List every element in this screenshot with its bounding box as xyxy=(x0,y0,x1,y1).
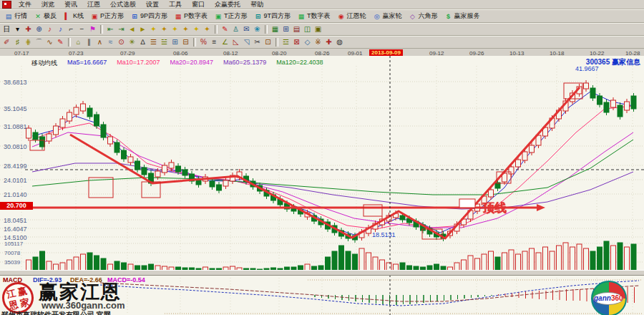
toolbar-button[interactable]: ▤行情 xyxy=(1,11,30,21)
prev-bar-icon[interactable]: ◄ xyxy=(127,24,137,34)
period-dropdown-icon[interactable]: ▾ xyxy=(12,24,23,34)
p-table-icon: ▦ xyxy=(174,12,182,21)
grid-tool-icon[interactable]: ♯ xyxy=(12,37,23,47)
toolbar-button[interactable]: ◇六角形 xyxy=(406,11,441,21)
menu-item[interactable]: 设置 xyxy=(141,0,164,9)
pen-tool-icon[interactable]: ✎ xyxy=(55,37,66,47)
bracket-icon[interactable]: ⌐ xyxy=(66,24,77,34)
toolbar-button[interactable]: ⊞9P四方形 xyxy=(127,11,170,21)
quote-icon: ▤ xyxy=(4,12,13,21)
toolbar-separator xyxy=(275,38,278,47)
toolbar-button[interactable]: ▦P数字表 xyxy=(171,11,210,21)
nav-diamond-5-icon[interactable]: ✦ xyxy=(191,24,202,34)
last-bar-icon[interactable]: ⇥ xyxy=(116,24,127,34)
toolbar-button[interactable]: ◉江恩轮 xyxy=(334,11,369,21)
price-axis-label: 35.1045 xyxy=(4,105,27,112)
box-dot-icon[interactable]: ⊡ xyxy=(263,37,273,47)
brand-company: 郑州市亨瑞软件开发有限公司 官网 xyxy=(1,310,111,315)
save-icon[interactable]: ▤ xyxy=(291,24,302,34)
pencil-icon[interactable]: ✐ xyxy=(1,37,12,47)
menu-item[interactable]: 江恩 xyxy=(82,0,105,9)
menu-item[interactable]: 帮助 xyxy=(245,0,268,9)
menu-item[interactable]: 资讯 xyxy=(59,0,82,9)
nav-diamond-2-icon[interactable]: ✦ xyxy=(159,24,170,34)
percent-tool-icon[interactable]: % xyxy=(198,37,209,47)
nav-diamond-3-icon[interactable]: ✦ xyxy=(170,24,180,34)
nav-diamond-1-icon[interactable]: ✦ xyxy=(148,24,159,34)
menu-item[interactable]: 文件 xyxy=(14,0,36,9)
next-bar-icon[interactable]: ► xyxy=(137,24,148,34)
export-icon[interactable]: ◫ xyxy=(302,24,313,34)
fan-down-icon[interactable]: ◺ xyxy=(230,37,241,47)
star-tool-icon[interactable]: ✳ xyxy=(127,37,137,47)
toolbar-button[interactable]: ◎赢家轮 xyxy=(370,11,405,21)
double-wave-icon[interactable]: ≈ xyxy=(105,37,116,47)
trigram2-tool-icon[interactable]: ☲ xyxy=(280,37,291,47)
gann-wheel-icon: ◉ xyxy=(337,12,346,21)
period-day-icon[interactable]: 日 xyxy=(1,24,12,34)
toolbar-separator xyxy=(68,38,71,47)
note-blue-icon[interactable]: ♪ xyxy=(55,24,66,34)
flag-icon[interactable]: ⚑ xyxy=(87,24,98,34)
chart-area[interactable]: 移动均线 Ma5=16.6667Ma10=17.2007Ma20=20.8947… xyxy=(0,56,644,315)
snapshot-icon[interactable]: ▣ xyxy=(313,24,323,34)
menu-bar: 文件浏览资讯江恩公式选股设置工具窗口众赢委托帮助 xyxy=(0,0,644,9)
trigram-tool-icon[interactable]: ☱ xyxy=(159,37,170,47)
toolbar-button-label: P正方形 xyxy=(100,11,124,21)
crosshair-icon[interactable]: ✚ xyxy=(23,24,34,34)
circle-tool-icon[interactable]: ⊙ xyxy=(116,37,127,47)
toolbar-button[interactable]: ▣P正方形 xyxy=(87,11,127,21)
toolbar-button[interactable]: ▍K线 xyxy=(60,11,87,21)
triangle-tool-icon[interactable]: ∆ xyxy=(137,37,148,47)
house-tool-icon[interactable]: ⌂ xyxy=(73,37,84,47)
stamp-icon[interactable]: ❀ xyxy=(252,24,263,34)
shade-circle-icon[interactable]: ◍ xyxy=(334,37,345,47)
toolbar-button-label: 赢家服务 xyxy=(454,11,480,21)
marker-icon[interactable]: ♙ xyxy=(230,24,241,34)
t-table-icon: ▦ xyxy=(297,12,306,21)
menu-item[interactable]: 工具 xyxy=(164,0,187,9)
menu-item[interactable]: 众赢委托 xyxy=(210,0,245,9)
price-axis-label: 30.0810 xyxy=(4,143,27,150)
toolbar-button[interactable]: ▦T数字表 xyxy=(294,11,333,21)
menu-item[interactable]: 窗口 xyxy=(187,0,210,9)
square-grid-icon[interactable]: ⊞ xyxy=(170,37,180,47)
calculator-icon[interactable]: ⊞ xyxy=(280,24,291,34)
message-icon[interactable]: ✉ xyxy=(241,24,252,34)
minus-icon[interactable]: − xyxy=(77,24,87,34)
angle-up-icon[interactable]: ∧ xyxy=(94,37,105,47)
diamond-tool-icon[interactable]: ◇ xyxy=(302,37,313,47)
menu-item[interactable]: 公式选股 xyxy=(105,0,141,9)
price-axis-label: 24.0101 xyxy=(4,177,27,184)
nav-diamond-6-icon[interactable]: ✦ xyxy=(202,24,213,34)
arc-tool-icon[interactable]: ⌒ xyxy=(34,37,44,47)
ref-mark-icon[interactable]: ※ xyxy=(313,37,323,47)
levels-tool-icon[interactable]: ☰ xyxy=(148,37,159,47)
angle-tool-icon[interactable]: ∠ xyxy=(220,37,230,47)
toolbar-button-label: 赢家轮 xyxy=(383,11,402,21)
calendar-icon[interactable]: ▦ xyxy=(270,24,280,34)
toolbar-button[interactable]: ⊞9T四方形 xyxy=(251,11,294,21)
cut-tool-icon[interactable]: ✂ xyxy=(252,37,263,47)
nav-diamond-4-icon[interactable]: ✦ xyxy=(180,24,191,34)
gann360-text: gann xyxy=(594,294,611,302)
edit-icon[interactable]: ✎ xyxy=(220,24,230,34)
toolbar-button[interactable]: $赢家服务 xyxy=(441,11,483,21)
ma-value-label: Ma20=20.8947 xyxy=(170,59,213,68)
pane-splitter[interactable] xyxy=(0,270,644,276)
note-red-icon[interactable]: ♪ xyxy=(44,24,55,34)
gann-lines-icon[interactable]: ≡ xyxy=(209,37,220,47)
fan-up-icon[interactable]: ◹ xyxy=(241,37,252,47)
wave-tool-icon[interactable]: ∿ xyxy=(44,37,55,47)
zoom-icon[interactable]: ⊕ xyxy=(34,24,44,34)
box-minus-icon[interactable]: ⊟ xyxy=(180,37,191,47)
toolbar-button[interactable]: ✕极反 xyxy=(31,11,59,21)
first-bar-icon[interactable]: ⇤ xyxy=(105,24,116,34)
menu-item[interactable]: 浏览 xyxy=(36,0,59,9)
parallel-lines-icon[interactable]: ∥ xyxy=(84,37,94,47)
plus-tool-icon[interactable]: ✚ xyxy=(323,37,334,47)
t-square-icon: ▣ xyxy=(214,12,223,21)
hatch-tool-icon[interactable]: ⋕ xyxy=(23,37,34,47)
delete-box-icon[interactable]: ⊠ xyxy=(291,37,302,47)
toolbar-button[interactable]: ▣T正方形 xyxy=(211,11,250,21)
